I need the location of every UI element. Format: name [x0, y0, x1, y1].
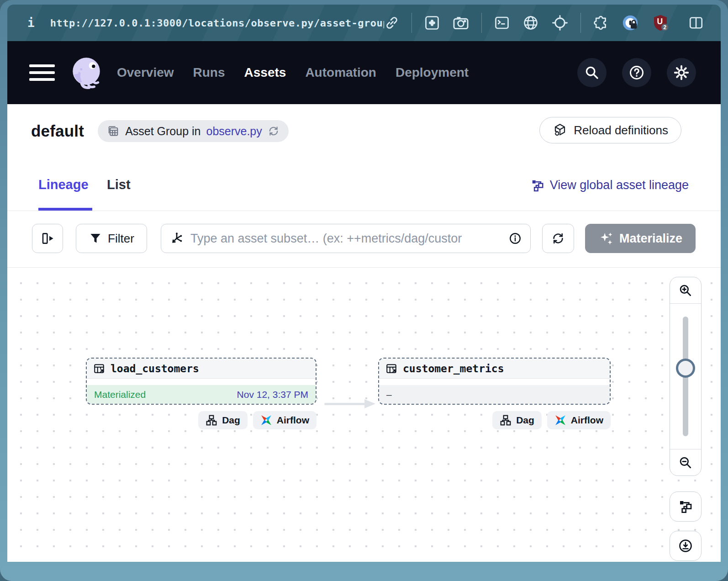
tag-label: Airflow: [571, 415, 603, 426]
globe-icon[interactable]: [522, 14, 539, 32]
reload-definitions-label: Reload definitions: [574, 123, 668, 137]
window-frame: i http://127.0.0.1:3000/locations/observ…: [0, 0, 728, 581]
asset-group-badge[interactable]: Asset Group in observe.py: [98, 120, 289, 142]
download-icon: [678, 538, 693, 554]
adblock-shield-icon[interactable]: U 2: [651, 14, 670, 32]
airflow-tag[interactable]: Airflow: [253, 411, 317, 429]
asset-group-badge-text: Asset Group in: [125, 125, 200, 138]
airflow-icon: [260, 414, 272, 426]
toolbar-divider: [481, 13, 482, 33]
page-title: default: [31, 122, 84, 140]
tag-row: Dag Airflow: [378, 411, 611, 429]
zoom-slider-knob[interactable]: [676, 359, 695, 378]
zoom-out-icon: [678, 455, 693, 470]
panel-expand-icon: [40, 231, 55, 246]
photos-icon[interactable]: [424, 15, 440, 31]
badge-count: 2: [663, 24, 666, 31]
asset-status-row: Materialized Nov 12, 3:37 PM: [87, 385, 316, 404]
asset-node-customer-metrics[interactable]: customer_metrics –: [378, 358, 611, 405]
refresh-icon: [551, 232, 565, 245]
search-button[interactable]: [577, 58, 607, 87]
lineage-edge-arrow: [324, 399, 375, 409]
selection-syntax-icon: [169, 231, 184, 246]
tab-lineage[interactable]: Lineage: [38, 177, 89, 192]
zoom-out-button[interactable]: [670, 449, 701, 475]
asset-timestamp: Nov 12, 3:37 PM: [237, 389, 308, 400]
asset-status-row: –: [379, 385, 610, 404]
toolbar-divider: [580, 13, 581, 33]
view-global-asset-lineage-link[interactable]: View global asset lineage: [531, 178, 689, 192]
zoom-slider[interactable]: [670, 304, 701, 449]
dag-tag[interactable]: Dag: [492, 411, 542, 429]
camera-icon[interactable]: [452, 14, 470, 32]
address-bar-url[interactable]: http://127.0.0.1:3000/locations/observe.…: [50, 17, 384, 29]
tabs-row: Lineage List View global asset lineage: [7, 168, 721, 211]
nav-item-automation[interactable]: Automation: [305, 65, 376, 80]
help-icon: [628, 64, 645, 81]
expand-panel-button[interactable]: [32, 224, 63, 253]
reload-definitions-button[interactable]: Reload definitions: [539, 117, 681, 143]
lineage-canvas[interactable]: load_customers Materialized Nov 12, 3:37…: [7, 267, 721, 562]
active-tab-underline: [38, 208, 92, 211]
zoom-controls: [670, 277, 702, 476]
tag-row: Dag Airflow: [86, 411, 317, 429]
hamburger-menu-button[interactable]: [29, 64, 55, 81]
zoom-in-icon: [678, 283, 693, 298]
tag-label: Airflow: [277, 415, 309, 426]
nav-item-overview[interactable]: Overview: [117, 65, 174, 80]
dag-icon: [500, 414, 512, 426]
tag-label: Dag: [222, 415, 240, 426]
toolbar-divider: [411, 13, 412, 33]
browser-toolbar: i http://127.0.0.1:3000/locations/observ…: [7, 5, 721, 41]
airflow-tag[interactable]: Airflow: [547, 411, 611, 429]
filter-label: Filter: [108, 232, 134, 246]
funnel-icon: [89, 232, 102, 245]
asset-name: load_customers: [111, 363, 199, 375]
sparkles-icon: [598, 231, 614, 246]
tab-list[interactable]: List: [107, 177, 131, 192]
crosshair-icon[interactable]: [551, 14, 569, 32]
asset-subset-input[interactable]: [190, 232, 502, 246]
reload-cube-icon: [553, 123, 567, 137]
asset-name: customer_metrics: [403, 363, 504, 375]
nav-links: Overview Runs Assets Automation Deployme…: [117, 65, 469, 80]
puzzle-extension-icon[interactable]: [593, 15, 609, 31]
settings-button[interactable]: [667, 58, 696, 87]
password-manager-lock-icon[interactable]: [621, 14, 639, 32]
terminal-icon[interactable]: [494, 15, 510, 31]
split-view-icon[interactable]: [688, 15, 704, 31]
asset-node-load-customers[interactable]: load_customers Materialized Nov 12, 3:37…: [86, 358, 317, 405]
filter-button[interactable]: Filter: [76, 224, 147, 253]
dag-icon: [206, 414, 217, 426]
dagster-logo[interactable]: [68, 54, 105, 91]
app-navbar: Overview Runs Assets Automation Deployme…: [7, 41, 721, 104]
download-image-button[interactable]: [670, 531, 702, 561]
link-icon[interactable]: [384, 15, 400, 31]
main-content: default Asset Group in observe.py: [7, 104, 721, 562]
airflow-icon: [554, 414, 566, 426]
materialize-button[interactable]: Materialize: [585, 224, 696, 253]
asset-subset-field[interactable]: [161, 224, 531, 253]
asset-group-icon: [107, 125, 120, 137]
asset-table-icon: [93, 363, 105, 375]
help-button[interactable]: [622, 58, 651, 87]
badge-refresh-icon[interactable]: [268, 125, 280, 137]
dag-tag[interactable]: Dag: [198, 411, 248, 429]
refresh-graph-button[interactable]: [542, 224, 574, 253]
nav-item-assets[interactable]: Assets: [244, 65, 286, 80]
fit-lineage-button[interactable]: [670, 491, 702, 522]
nav-item-deployment[interactable]: Deployment: [396, 65, 469, 80]
zoom-in-button[interactable]: [670, 277, 701, 304]
svg-text:U: U: [657, 17, 663, 26]
observe-py-link[interactable]: observe.py: [206, 125, 262, 138]
gear-icon: [673, 64, 690, 81]
nav-item-runs[interactable]: Runs: [193, 65, 225, 80]
asset-status: Materialized: [94, 389, 146, 400]
lineage-graph-icon: [678, 499, 693, 514]
lineage-graph-icon: [531, 179, 544, 192]
page-info-icon[interactable]: i: [27, 16, 35, 30]
info-icon[interactable]: [508, 232, 522, 245]
search-icon: [584, 65, 600, 80]
asset-table-icon: [385, 363, 397, 375]
asset-status: –: [386, 389, 392, 400]
